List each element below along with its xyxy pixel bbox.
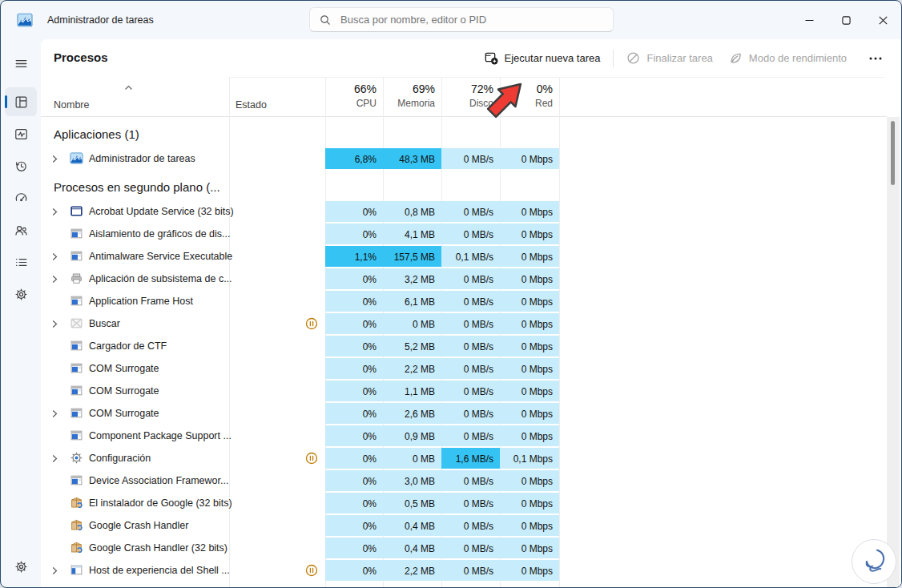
memory-cell: 48,3 MB <box>383 148 441 169</box>
suspended-pause-icon <box>305 452 318 465</box>
expand-chevron-icon[interactable] <box>52 409 58 418</box>
network-cell: 0 Mbps <box>500 425 559 446</box>
expand-chevron-icon[interactable] <box>52 454 58 463</box>
process-row[interactable]: Host de experiencia del Shell ...0%2,2 M… <box>41 559 602 582</box>
disk-cell: 0 MB/s <box>441 538 500 558</box>
process-row[interactable]: COM Surrogate0%2,2 MB0 MB/s0 Mbps <box>41 357 602 380</box>
sidebar-item-settings[interactable] <box>5 552 37 581</box>
performance-icon <box>14 127 29 142</box>
process-icon <box>70 294 83 308</box>
expand-chevron-icon[interactable] <box>52 207 58 216</box>
search-input[interactable]: Busca por nombre, editor o PID <box>309 7 614 32</box>
expand-chevron-icon[interactable] <box>52 275 58 284</box>
cpu-cell: 0% <box>325 268 383 289</box>
disk-cell: 0 MB/s <box>441 336 500 356</box>
disk-cell: 0 MB/s <box>441 381 500 401</box>
process-row[interactable]: COM Surrogate0%1,1 MB0 MB/s0 Mbps <box>41 380 602 402</box>
process-row[interactable]: Acrobat Update Service (32 bits)0%0,8 MB… <box>41 200 602 223</box>
process-row[interactable]: COM Surrogate0%2,6 MB0 MB/s0 Mbps <box>41 402 602 425</box>
cpu-cell: 0% <box>325 336 383 356</box>
column-header-cpu[interactable]: 66% CPU <box>325 83 377 109</box>
process-name: Configuración <box>89 453 151 464</box>
process-icon <box>70 518 83 532</box>
cpu-cell: 0% <box>325 224 383 244</box>
sidebar-item-users[interactable] <box>5 215 37 244</box>
process-row[interactable]: Configuración0%0 MB1,6 MB/s0,1 Mbps <box>41 447 602 469</box>
disk-cell: 0 MB/s <box>441 358 500 379</box>
more-options-button[interactable] <box>861 52 890 65</box>
process-row[interactable]: Buscar0%0 MB0 MB/s0 Mbps <box>41 312 602 335</box>
column-header-memory[interactable]: 69% Memoria <box>383 83 435 109</box>
sidebar-item-startup-apps[interactable] <box>5 183 37 212</box>
process-icon <box>70 406 83 420</box>
process-row[interactable]: Aislamiento de gráficos de dis...0%4,1 M… <box>41 223 602 245</box>
group-label: Aplicaciones (1) <box>54 127 139 141</box>
process-row[interactable]: Component Package Support ...0%0,9 MB0 M… <box>41 425 602 447</box>
expand-chevron-icon[interactable] <box>52 320 58 328</box>
cpu-total-usage: 66% <box>325 83 377 95</box>
network-cell: 0 Mbps <box>500 538 559 558</box>
process-row[interactable]: Google Crash Handler (32 bits)0%0,4 MB0 … <box>41 537 602 559</box>
disk-cell: 0 MB/s <box>441 403 500 424</box>
hamburger-menu-icon <box>14 56 29 71</box>
process-row[interactable]: Cargador de CTF0%5,2 MB0 MB/s0 Mbps <box>41 335 602 357</box>
task-manager-logo-icon <box>17 12 33 28</box>
process-icon <box>70 451 83 465</box>
minimize-button[interactable] <box>791 1 828 39</box>
app-history-icon <box>14 159 29 174</box>
disk-cell: 0,1 MB/s <box>441 246 500 267</box>
sidebar-item-processes[interactable] <box>5 87 37 116</box>
selected-indicator <box>5 95 7 108</box>
window-title: Administrador de tareas <box>47 14 154 26</box>
process-row[interactable]: Application Frame Host0%6,1 MB0 MB/s0 Mb… <box>41 290 602 312</box>
maximize-button[interactable] <box>828 1 864 39</box>
process-name: Google Crash Handler (32 bits) <box>89 542 228 554</box>
network-cell: 0 Mbps <box>500 148 559 169</box>
cpu-cell: 0% <box>325 560 383 581</box>
sidebar-item-services[interactable] <box>5 280 37 308</box>
process-row[interactable]: Administrador de tareas6,8%48,3 MB0 MB/s… <box>41 147 602 170</box>
process-name: Host de experiencia del Shell ... <box>89 565 230 576</box>
network-cell: 0 Mbps <box>500 246 559 267</box>
suspended-pause-icon <box>305 564 318 577</box>
process-row[interactable]: Google Crash Handler0%0,4 MB0 MB/s0 Mbps <box>41 514 602 537</box>
column-header-name[interactable]: Nombre <box>54 99 89 111</box>
memory-cell: 2,6 MB <box>383 403 441 424</box>
memory-cell: 0,8 MB <box>383 201 441 222</box>
process-row[interactable]: El instalador de Google (32 bits)0%0,5 M… <box>41 492 602 514</box>
sort-ascending-icon[interactable] <box>124 79 133 94</box>
minimize-icon <box>805 16 814 25</box>
expand-chevron-icon[interactable] <box>52 155 58 163</box>
toolbar: Ejecutar nueva tarea Finalizar tarea Mod… <box>477 39 890 77</box>
run-new-task-button[interactable]: Ejecutar nueva tarea <box>477 46 609 70</box>
vertical-scrollbar[interactable] <box>887 117 900 588</box>
network-cell: 0 Mbps <box>500 224 559 244</box>
process-row[interactable]: Device Association Framewor...0%3,0 MB0 … <box>41 469 602 492</box>
efficiency-mode-button: Modo de rendimiento <box>721 46 855 70</box>
memory-cell: 0,5 MB <box>383 493 441 513</box>
column-header-status[interactable]: Estado <box>236 99 267 111</box>
network-cell: 0 Mbps <box>500 493 559 513</box>
process-icon <box>70 204 83 218</box>
close-button[interactable] <box>864 1 901 39</box>
memory-cell: 2,2 MB <box>383 358 441 379</box>
processes-icon <box>14 95 29 110</box>
red-annotation-arrow <box>476 68 537 129</box>
sidebar-item-performance[interactable] <box>5 119 37 148</box>
cpu-cell: 0% <box>325 448 383 469</box>
run-new-task-label: Ejecutar nueva tarea <box>505 52 601 64</box>
sidebar-menu-button[interactable] <box>5 49 37 78</box>
expand-chevron-icon[interactable] <box>52 566 58 575</box>
process-name: Aplicación de subsistema de c... <box>89 273 232 284</box>
process-row[interactable]: Aplicación de subsistema de c...0%3,2 MB… <box>41 268 602 290</box>
expand-chevron-icon[interactable] <box>52 252 58 261</box>
process-name: Google Crash Handler <box>89 520 188 531</box>
new-task-icon <box>485 51 498 65</box>
search-placeholder: Busca por nombre, editor o PID <box>340 14 486 26</box>
sidebar-item-app-history[interactable] <box>5 151 37 180</box>
scrollbar-thumb[interactable] <box>891 121 895 185</box>
process-row[interactable]: Antimalware Service Executable1,1%157,5 … <box>41 245 602 268</box>
process-group-header[interactable]: Procesos en segundo plano (... <box>41 170 602 200</box>
memory-cell: 0 MB <box>383 313 441 334</box>
sidebar-item-details[interactable] <box>5 248 37 276</box>
